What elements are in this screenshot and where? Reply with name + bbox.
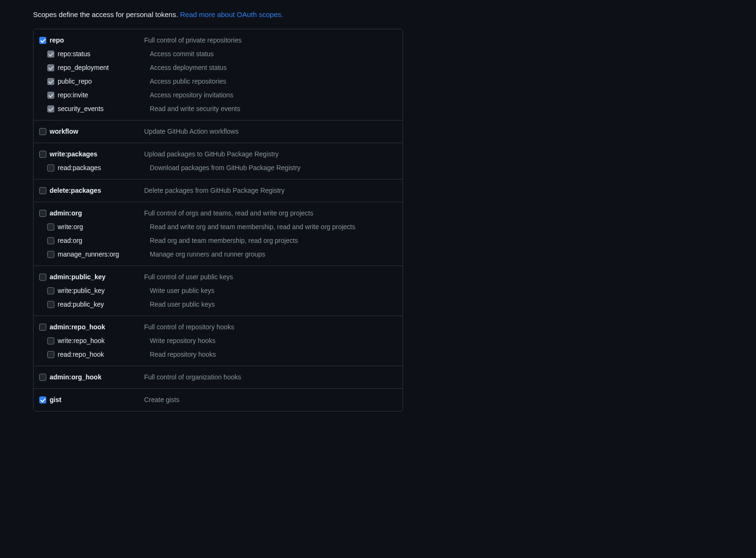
scope-description: Full control of user public keys	[142, 272, 397, 282]
scope-checkbox-repo-invite	[47, 92, 54, 99]
scope-row-read-packages: read:packagesDownload packages from GitH…	[39, 161, 397, 175]
scope-description: Read user public keys	[150, 300, 397, 309]
scope-group-delete-packages: delete:packagesDelete packages from GitH…	[34, 180, 403, 202]
scope-row-public-repo: public_repoAccess public repositories	[39, 75, 397, 88]
scope-label[interactable]: read:public_key	[57, 300, 150, 309]
scope-checkbox-write-public-key[interactable]	[47, 287, 54, 294]
scope-description: Full control of private repositories	[142, 35, 397, 45]
scopes-intro: Scopes define the access for personal to…	[33, 9, 723, 20]
scope-checkbox-delete-packages[interactable]	[39, 187, 46, 194]
scope-description: Delete packages from GitHub Package Regi…	[142, 186, 397, 196]
scope-row-gist: gistCreate gists	[39, 393, 397, 407]
scope-row-read-public-key: read:public_keyRead user public keys	[39, 298, 397, 311]
oauth-scopes-link[interactable]: Read more about OAuth scopes.	[180, 10, 283, 18]
scope-label[interactable]: write:org	[57, 222, 150, 232]
scope-label[interactable]: repo:invite	[57, 90, 150, 100]
scope-description: Read and write security events	[150, 104, 397, 114]
scope-label[interactable]: write:repo_hook	[57, 336, 150, 346]
scope-checkbox-admin-org-hook[interactable]	[39, 374, 46, 381]
scope-checkbox-admin-org[interactable]	[39, 210, 46, 217]
scope-group-admin-org: admin:orgFull control of orgs and teams,…	[34, 202, 403, 266]
scope-checkbox-read-packages[interactable]	[47, 164, 54, 172]
scope-checkbox-gist[interactable]	[39, 396, 46, 403]
scope-row-write-packages: write:packagesUpload packages to GitHub …	[39, 147, 397, 161]
scope-description: Access commit status	[150, 49, 397, 59]
scope-description: Manage org runners and runner groups	[150, 249, 397, 259]
scope-checkbox-read-repo-hook[interactable]	[47, 351, 54, 358]
scope-description: Upload packages to GitHub Package Regist…	[142, 149, 397, 159]
scopes-table: repoFull control of private repositories…	[33, 29, 403, 412]
scope-label[interactable]: manage_runners:org	[57, 249, 150, 259]
scope-row-admin-org: admin:orgFull control of orgs and teams,…	[39, 206, 397, 220]
scope-description: Access public repositories	[150, 77, 397, 86]
scope-label[interactable]: gist	[49, 395, 142, 405]
scope-row-manage-runners-org: manage_runners:orgManage org runners and…	[39, 248, 397, 261]
scope-row-read-repo-hook: read:repo_hookRead repository hooks	[39, 348, 397, 361]
scope-label[interactable]: delete:packages	[49, 186, 142, 196]
scope-row-write-public-key: write:public_keyWrite user public keys	[39, 284, 397, 298]
scope-label[interactable]: read:org	[57, 236, 150, 246]
scope-label[interactable]: admin:public_key	[49, 272, 142, 282]
scope-description: Access repository invitations	[150, 90, 397, 100]
scope-group-admin-public-key: admin:public_keyFull control of user pub…	[34, 266, 403, 316]
scope-row-admin-public-key: admin:public_keyFull control of user pub…	[39, 270, 397, 284]
scope-row-admin-repo-hook: admin:repo_hookFull control of repositor…	[39, 320, 397, 334]
scope-label[interactable]: workflow	[49, 127, 142, 137]
scope-label[interactable]: write:packages	[49, 149, 142, 159]
scope-row-workflow: workflowUpdate GitHub Action workflows	[39, 125, 397, 138]
scope-row-delete-packages: delete:packagesDelete packages from GitH…	[39, 184, 397, 197]
scope-checkbox-repo-deployment	[47, 64, 54, 71]
scope-checkbox-manage-runners-org[interactable]	[47, 251, 54, 258]
scope-label[interactable]: repo:status	[57, 49, 150, 59]
scope-checkbox-read-public-key[interactable]	[47, 301, 54, 308]
scope-description: Access deployment status	[150, 63, 397, 73]
scope-label[interactable]: read:repo_hook	[57, 350, 150, 360]
scope-label[interactable]: admin:org_hook	[49, 372, 142, 382]
scope-label[interactable]: read:packages	[57, 163, 150, 173]
scope-description: Write repository hooks	[150, 336, 397, 346]
scope-checkbox-repo[interactable]	[39, 37, 46, 44]
scope-label[interactable]: repo	[49, 35, 142, 45]
intro-text: Scopes define the access for personal to…	[33, 10, 180, 18]
scope-row-read-org: read:orgRead org and team membership, re…	[39, 234, 397, 248]
scope-checkbox-write-repo-hook[interactable]	[47, 337, 54, 344]
scope-label[interactable]: public_repo	[57, 77, 150, 86]
scope-checkbox-admin-public-key[interactable]	[39, 274, 46, 281]
scope-row-repo-deployment: repo_deploymentAccess deployment status	[39, 61, 397, 75]
scope-checkbox-read-org[interactable]	[47, 237, 54, 244]
scope-description: Download packages from GitHub Package Re…	[150, 163, 397, 173]
scope-checkbox-public-repo	[47, 78, 54, 85]
scope-row-security-events: security_eventsRead and write security e…	[39, 102, 397, 116]
scope-group-admin-repo-hook: admin:repo_hookFull control of repositor…	[34, 316, 403, 366]
scope-row-repo-invite: repo:inviteAccess repository invitations	[39, 88, 397, 102]
scope-checkbox-security-events	[47, 105, 54, 112]
scope-description: Read org and team membership, read org p…	[150, 236, 397, 246]
scope-group-workflow: workflowUpdate GitHub Action workflows	[34, 120, 403, 143]
scope-row-write-repo-hook: write:repo_hookWrite repository hooks	[39, 334, 397, 348]
scope-group-gist: gistCreate gists	[34, 389, 403, 411]
scope-description: Write user public keys	[150, 286, 397, 296]
scope-group-write-packages: write:packagesUpload packages to GitHub …	[34, 143, 403, 180]
scope-description: Full control of orgs and teams, read and…	[142, 208, 397, 218]
scope-label[interactable]: admin:repo_hook	[49, 322, 142, 332]
scope-description: Full control of organization hooks	[142, 372, 397, 382]
scope-label[interactable]: write:public_key	[57, 286, 150, 296]
scope-row-repo-status: repo:statusAccess commit status	[39, 47, 397, 61]
scope-label[interactable]: security_events	[57, 104, 150, 114]
scope-row-repo: repoFull control of private repositories	[39, 34, 397, 47]
scope-label[interactable]: admin:org	[49, 208, 142, 218]
scope-checkbox-admin-repo-hook[interactable]	[39, 324, 46, 331]
scope-checkbox-repo-status	[47, 51, 54, 58]
scope-description: Read and write org and team membership, …	[150, 222, 397, 232]
scope-description: Update GitHub Action workflows	[142, 127, 397, 137]
scope-row-write-org: write:orgRead and write org and team mem…	[39, 220, 397, 234]
scope-checkbox-write-org[interactable]	[47, 223, 54, 231]
scope-checkbox-workflow[interactable]	[39, 128, 46, 135]
scope-group-admin-org-hook: admin:org_hookFull control of organizati…	[34, 366, 403, 389]
scope-description: Create gists	[142, 395, 397, 405]
scope-description: Read repository hooks	[150, 350, 397, 360]
scope-label[interactable]: repo_deployment	[57, 63, 150, 73]
scope-row-admin-org-hook: admin:org_hookFull control of organizati…	[39, 370, 397, 384]
scope-description: Full control of repository hooks	[142, 322, 397, 332]
scope-checkbox-write-packages[interactable]	[39, 151, 46, 158]
